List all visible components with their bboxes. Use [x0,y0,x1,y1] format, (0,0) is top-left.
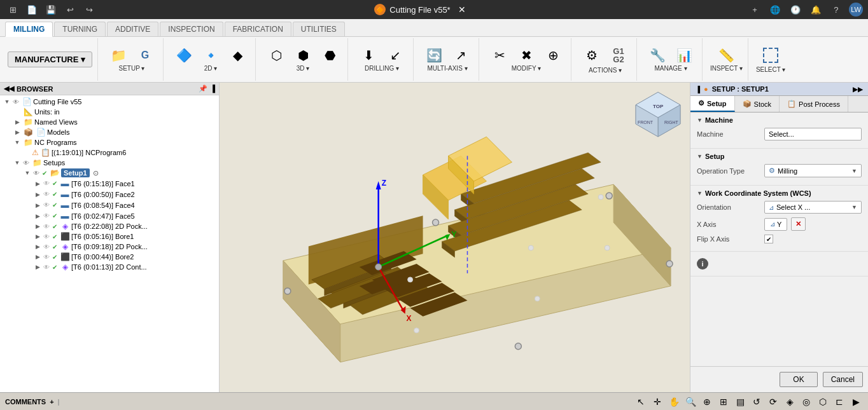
close-button[interactable]: ✕ [454,2,470,17]
zoom-icon[interactable]: 🔍 [683,395,697,409]
x-axis-button[interactable]: ⊿ Y [764,218,787,231]
nav-cube[interactable]: TOP RIGHT FRONT [633,89,683,140]
manufacture-button[interactable]: MANUFACTURE ▾ [8,51,92,67]
tree-eye-face4[interactable]: 👁 [43,202,50,208]
tree-item-pock2[interactable]: ▶ 👁 ✔ ◈ [T6 (0:09:18)] 2D Pock... [0,242,219,252]
bell-icon[interactable]: 🔔 [808,2,823,17]
tree-eye-face5[interactable]: 👁 [43,212,50,219]
tree-item-face1[interactable]: ▶ 👁 ✔ ▬ [T6 (0:15:18)] Face1 [0,178,219,189]
browser-close-icon[interactable]: ▐ [210,85,215,93]
orientation-control[interactable]: ⊿ Select X ... ▼ [764,201,862,214]
tab-turning[interactable]: TURNING [54,22,106,36]
hand-icon[interactable]: ✋ [667,395,681,409]
drill-btn-1[interactable]: ⬇ [356,47,381,64]
tree-item-ncprogram6[interactable]: ⚠ 📋 [(1:19:01)] NCProgram6 [0,147,219,158]
tab-utilities[interactable]: UTILITIES [293,22,345,36]
tree-item-face4[interactable]: ▶ 👁 ✔ ▬ [T6 (0:08:54)] Face4 [0,200,219,210]
tree-item-bore1[interactable]: ▶ 👁 ✔ ⬛ [T6 (0:05:16)] Bore1 [0,231,219,242]
2d-btn-3[interactable]: ◆ [225,47,250,64]
tree-eye-pock2[interactable]: 👁 [43,243,50,250]
g-button[interactable]: G [132,48,158,62]
viewport[interactable]: Z Y X [220,83,690,392]
undo-icon[interactable]: ↩ [62,2,78,17]
pan-icon[interactable]: ⊕ [700,395,714,409]
tree-eye-cont1[interactable]: 👁 [43,264,50,271]
tree-item-face5[interactable]: ▶ 👁 ✔ ▬ [T6 (0:02:47)] Face5 [0,210,219,221]
tree-eye-face2[interactable]: 👁 [43,191,50,198]
tab-fabrication[interactable]: FABRICATION [225,22,291,36]
ins-btn-1[interactable]: 📏 [713,47,739,64]
tree-item-cont1[interactable]: ▶ 👁 ✔ ◈ [T6 (0:01:13)] 2D Cont... [0,262,219,272]
tree-item-models[interactable]: ▶ 📦 📄 Models [0,127,219,137]
globe-icon[interactable]: 🌐 [767,2,783,17]
flip-x-control[interactable]: ✔ [764,235,862,243]
mod-btn-1[interactable]: ✂ [487,47,512,64]
operation-type-select[interactable]: ⚙ Milling ▼ [764,164,862,177]
move-icon[interactable]: ✛ [650,395,664,409]
tree-item-setups[interactable]: ▼ 👁 📁 Setups [0,158,219,168]
tree-eye-pock1[interactable]: 👁 [43,223,50,230]
file-icon[interactable]: 📄 [24,2,39,17]
tree-item-nc-programs[interactable]: ▼ 📁 NC Programs [0,137,219,147]
tree-item-setup1[interactable]: ▼ 👁 ✔ 📂 Setup1 ⊙ [0,168,219,178]
arrow-right-icon[interactable]: ▶ [849,395,863,409]
clock-icon[interactable]: 🕐 [788,2,803,17]
act-btn-1[interactable]: ⚙ [579,47,605,64]
grid-icon[interactable]: ⊞ [717,395,731,409]
tab-additive[interactable]: ADDITIVE [107,22,158,36]
tab-inspection[interactable]: INSPECTION [160,22,223,36]
tree-item-face2[interactable]: ▶ 👁 ✔ ▬ [T6 (0:00:50)] Face2 [0,189,219,200]
view-icon[interactable]: ◎ [799,395,813,409]
tree-item-units[interactable]: 📐 Units: in [0,107,219,117]
machine-control[interactable]: Select... [764,128,862,140]
orientation-select[interactable]: ⊿ Select X ... ▼ [764,201,862,214]
tree-eye-bore1[interactable]: 👁 [43,233,50,240]
collapse-icon[interactable]: ▐ [696,86,700,93]
user-avatar[interactable]: LW [849,3,863,17]
3d-btn-3[interactable]: ⬣ [317,47,342,64]
help-icon[interactable]: ? [829,2,844,17]
machine-section-header[interactable]: ▼ Machine [697,116,862,124]
tree-item-bore2[interactable]: ▶ 👁 ✔ ⬛ [T6 (0:00:44)] Bore2 [0,252,219,262]
refresh-icon[interactable]: ⟳ [766,395,780,409]
add-comment-icon[interactable]: + [50,398,53,406]
ma-btn-2[interactable]: ↗ [448,47,473,64]
2d-btn-2[interactable]: 🔹 [198,47,223,64]
tree-eye-setups[interactable]: 👁 [23,160,29,167]
3d-btn-1[interactable]: ⬡ [263,47,289,64]
save-icon[interactable]: 💾 [43,2,59,17]
setup-section-header[interactable]: ▼ Setup [697,153,862,160]
cursor-icon[interactable]: ↖ [634,395,648,409]
tree-item-cutting-file[interactable]: ▼ 👁 📄 Cutting File v55 [0,97,219,107]
layers-icon[interactable]: ▤ [733,395,747,409]
tab-setup[interactable]: ⚙ Setup [690,96,735,112]
redo-icon[interactable]: ↪ [81,2,97,17]
tree-item-named-views[interactable]: ▶ 📁 Named Views [0,117,219,127]
ok-button[interactable]: OK [780,372,817,387]
folder-button[interactable]: 📁 [106,47,131,64]
tab-milling[interactable]: MILLING [5,22,53,37]
tree-item-pock1[interactable]: ▶ 👁 ✔ ◈ [T6 (0:22:08)] 2D Pock... [0,221,219,231]
print-icon[interactable]: ⊏ [832,395,846,409]
mod-btn-3[interactable]: ⊕ [540,47,566,64]
drill-btn-2[interactable]: ↙ [382,47,408,64]
man-btn-1[interactable]: 🔧 [645,47,670,64]
tree-eye-setup1[interactable]: 👁 [33,170,39,177]
browser-pin-icon[interactable]: 📌 [199,85,207,93]
cancel-button[interactable]: Cancel [823,372,863,387]
act-btn-2[interactable]: G1G2 [606,45,631,65]
operation-type-control[interactable]: ⚙ Milling ▼ [764,164,862,177]
tab-post-process[interactable]: 📋 Post Process [780,96,848,112]
browser-collapse-icon[interactable]: ◀◀ [4,85,14,93]
rotate-icon[interactable]: ↺ [750,395,764,409]
wcs-section-header[interactable]: ▼ Work Coordinate System (WCS) [697,189,862,197]
machine-select[interactable]: Select... [764,128,862,140]
tree-eye-bore2[interactable]: 👁 [43,254,50,261]
render-icon[interactable]: ⬡ [816,395,830,409]
app-grid-icon[interactable]: ⊞ [5,2,20,17]
tab-stock[interactable]: 📦 Stock [735,96,780,112]
add-tab-icon[interactable]: + [747,2,762,17]
sel-btn-1[interactable] [758,46,783,65]
panel-expand-icon[interactable]: ▶▶ [853,86,863,93]
2d-btn-1[interactable]: 🔷 [171,47,197,64]
